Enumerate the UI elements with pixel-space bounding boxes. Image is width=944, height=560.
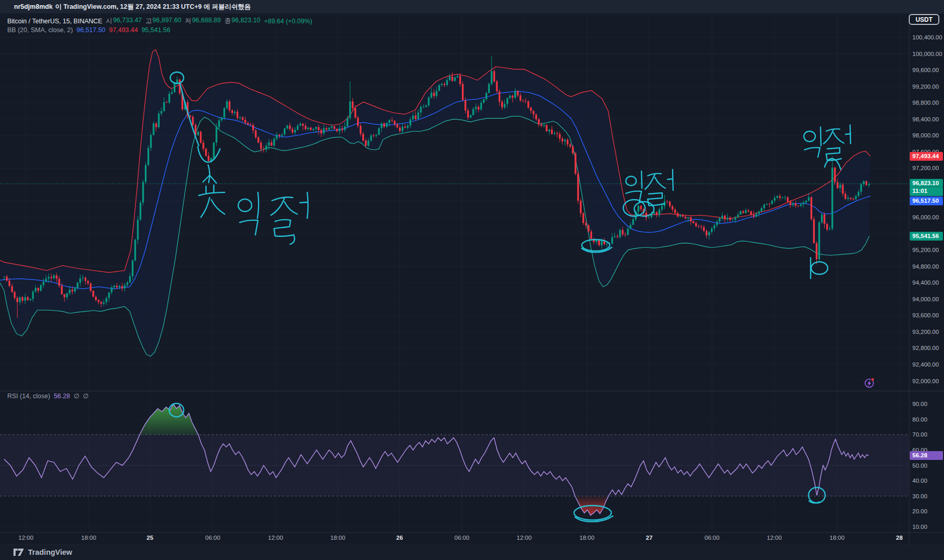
price-tick-label: 99,200.00 (912, 83, 939, 90)
price-tick-label: 95,200.00 (912, 247, 939, 253)
close-label: 종 (225, 17, 231, 25)
bb-upper-value: 97,493.44 (109, 26, 138, 34)
publish-username: nr5djm8mdk (14, 3, 52, 10)
time-tick-label: 25 (147, 535, 154, 541)
annotation-take-profit-right-text[interactable] (804, 125, 851, 160)
bb-indicator-title[interactable]: BB (20, SMA, close, 2) (7, 26, 73, 34)
rsi-tick-label: 20.00 (912, 508, 927, 514)
time-tick-label: 18:00 (580, 535, 595, 541)
time-tick-label: 06:00 (455, 535, 470, 541)
candle-countdown: 11:01 (910, 187, 943, 195)
price-tick-label: 93,600.00 (912, 312, 939, 318)
time-tick-label: 18:00 (331, 535, 346, 541)
price-tick-label: 98,400.00 (912, 116, 939, 122)
price-tick-label: 98,000.00 (912, 132, 939, 138)
high-label: 고 (145, 17, 152, 25)
rsi-hidden-value-1: ∅ (74, 392, 79, 400)
price-tick-label: 92,000.00 (912, 378, 939, 384)
price-tick-label: 96,000.00 (912, 214, 939, 220)
bb-channel-fill (0, 50, 870, 357)
footer-bar: TradingView (0, 544, 944, 560)
publish-bar: nr5djm8mdk이 TradingView.com, 12월 27, 202… (0, 0, 944, 13)
time-tick-label: 18:00 (81, 535, 97, 541)
bb-lower-price-badge: 95,541.56 (910, 232, 943, 241)
price-tick-label: 92,800.00 (912, 345, 939, 351)
rsi-tick-label: 90.00 (912, 401, 927, 407)
bb-basis-value: 96,517.50 (76, 26, 105, 34)
lightning-reconnect-icon[interactable] (865, 378, 874, 387)
high-value: 96,897.60 (153, 17, 182, 25)
symbol-legend: Bitcoin / TetherUS, 15, BINANCE 시96,733.… (7, 17, 312, 34)
price-tick-label: 97,200.00 (912, 165, 939, 171)
time-tick-label: 12:00 (19, 535, 34, 541)
change-value: +89.64 (+0.09%) (264, 18, 312, 25)
price-tick-label: 100,400.00 (912, 34, 942, 40)
currency-toggle-button[interactable]: USDT (909, 14, 939, 25)
bb-upper-price-badge: 97,493.44 (910, 152, 943, 161)
last-price-badge: 96,823.1011:01 (910, 179, 943, 196)
chart-canvas[interactable] (0, 0, 944, 560)
price-tick-label: 100,000.00 (912, 51, 942, 57)
price-tick-label: 93,200.00 (912, 329, 939, 335)
rsi-tick-label: 80.00 (912, 416, 927, 423)
rsi-legend: RSI (14, close) 56.28 ∅ ∅ (7, 391, 89, 400)
bb-lower-value: 95,541.56 (142, 26, 171, 34)
low-label: 저 (185, 17, 191, 25)
rsi-tick-label: 50.00 (912, 463, 927, 469)
time-tick-label: 28 (896, 535, 903, 541)
price-tick-label: 94,400.00 (912, 279, 939, 286)
open-value: 96,733.47 (113, 17, 142, 25)
rsi-tick-label: 40.00 (912, 478, 927, 484)
time-tick-label: 18:00 (830, 535, 845, 541)
time-tick-label: 12:00 (767, 535, 782, 541)
price-tick-label: 94,000.00 (912, 296, 939, 302)
price-tick-label: 94,800.00 (912, 263, 939, 270)
last-price-value: 96,823.10 (910, 179, 943, 187)
rsi-tick-label: 30.00 (912, 493, 927, 499)
rsi-hidden-value-2: ∅ (83, 392, 89, 400)
time-tick-label: 06:00 (705, 535, 720, 541)
time-tick-label: 12:00 (517, 535, 532, 541)
low-value: 96,688.89 (192, 17, 221, 25)
time-tick-label: 06:00 (206, 535, 221, 541)
time-tick-label: 12:00 (268, 535, 283, 541)
rsi-value-badge: 56.28 (910, 451, 943, 460)
rsi-tick-label: 70.00 (912, 431, 927, 438)
price-tick-label: 92,400.00 (912, 361, 939, 368)
bb-basis-price-badge: 96,517.50 (910, 197, 943, 205)
open-label: 시 (106, 17, 113, 25)
tradingview-logo-icon (13, 547, 24, 557)
price-tick-label: 98,800.00 (912, 100, 939, 106)
rsi-value: 56.28 (54, 393, 70, 400)
publish-text: 이 TradingView.com, 12월 27, 2024 21:33 UT… (55, 3, 251, 10)
rsi-indicator-title[interactable]: RSI (14, close) (7, 393, 50, 400)
tradingview-logo-text: TradingView (28, 548, 72, 556)
close-value: 96,823.10 (231, 17, 261, 25)
tradingview-logo[interactable]: TradingView (13, 547, 72, 557)
price-tick-label: 99,600.00 (912, 67, 939, 73)
symbol-title[interactable]: Bitcoin / TetherUS, 15, BINANCE (7, 18, 102, 25)
rsi-tick-label: 10.00 (912, 524, 927, 530)
time-tick-label: 27 (646, 535, 653, 541)
time-tick-label: 26 (396, 535, 403, 541)
